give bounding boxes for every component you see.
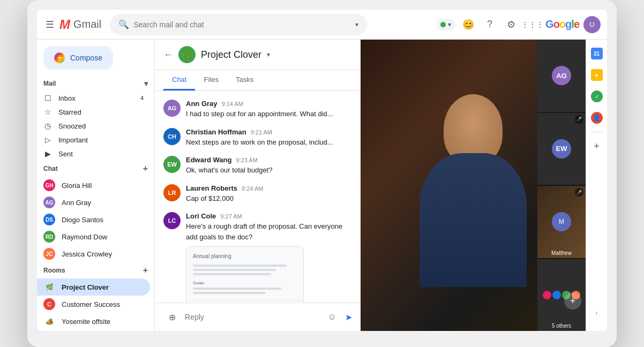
back-button[interactable]: ← bbox=[163, 49, 173, 61]
user-avatar[interactable]: U bbox=[583, 16, 601, 33]
msg-content-edward: Edward Wang 9:23 AM Ok, what's our total… bbox=[186, 156, 352, 176]
messages-container: AG Ann Gray 9:14 AM I had to step out fo… bbox=[155, 91, 361, 303]
rooms-add-icon[interactable]: + bbox=[143, 266, 148, 275]
reply-input[interactable] bbox=[185, 313, 319, 321]
jessica-label: Jessica Crowley bbox=[62, 250, 112, 258]
search-bar[interactable]: 🔍 ▾ bbox=[110, 14, 367, 35]
message-row: LR Lauren Roberts 9:24 AM Cap of $12,000 bbox=[163, 184, 352, 204]
compose-button[interactable]: + Compose bbox=[43, 46, 113, 70]
sent-label: Sent bbox=[58, 150, 73, 158]
main-layout: + Compose Mail ▾ ☐ Inbox 4 ☆ Starred bbox=[37, 40, 607, 331]
matthew-avatar: M bbox=[552, 212, 571, 231]
msg-time-edward: 9:23 AM bbox=[236, 157, 257, 163]
sidebar-item-yosemite[interactable]: 🏕️ Yosemite offsite bbox=[37, 313, 150, 330]
chat-add-icon[interactable]: + bbox=[143, 164, 148, 174]
right-sidebar: 31 ★ ✓ 👤 + › bbox=[586, 40, 607, 331]
search-dropdown-icon[interactable]: ▾ bbox=[355, 21, 358, 28]
sidebar-item-jessica[interactable]: JC Jessica Crowley bbox=[37, 245, 150, 262]
apps-button[interactable]: ⋮⋮⋮ bbox=[524, 16, 541, 33]
emoji-button[interactable]: 😊 bbox=[460, 16, 477, 33]
sidebar-item-customer-success[interactable]: C Customer Success bbox=[37, 296, 150, 313]
msg-avatar-lori: LC bbox=[163, 212, 181, 229]
snoozed-icon: ◷ bbox=[43, 122, 52, 130]
video-panel: AG EW 🎤 M Matthew 🎤 bbox=[361, 40, 586, 331]
keep-widget[interactable]: ★ bbox=[588, 66, 605, 84]
google-logo: Google bbox=[545, 18, 579, 31]
msg-avatar-edward: EW bbox=[163, 156, 181, 173]
doc-preview: Annual planning Goals bbox=[186, 247, 303, 300]
settings-button[interactable]: ⚙ bbox=[503, 16, 520, 33]
top-bar: ☰ M Gmail 🔍 ▾ ▾ 😊 ? ⚙ ⋮⋮⋮ Google bbox=[37, 10, 607, 40]
gmail-m-icon: M bbox=[59, 17, 70, 32]
yosemite-label: Yosemite offsite bbox=[62, 318, 110, 326]
sidebar-item-diogo[interactable]: DS Diogo Santos bbox=[37, 211, 150, 228]
search-input[interactable] bbox=[133, 20, 351, 29]
msg-name-lori: Lori Cole bbox=[186, 212, 216, 220]
msg-name-christian: Christian Hoffman bbox=[186, 128, 246, 136]
send-button[interactable]: ➤ bbox=[345, 312, 352, 322]
sidebar-item-raymond[interactable]: RD Raymond Dow bbox=[37, 228, 150, 245]
tab-tasks[interactable]: Tasks bbox=[227, 70, 262, 90]
sidebar-item-important[interactable]: ▷ Important bbox=[37, 133, 150, 147]
other-avatar-1 bbox=[543, 291, 551, 299]
emoji-reply-button[interactable]: ☺ bbox=[324, 308, 341, 326]
thumb-mic-off-icon: 🎤 bbox=[575, 115, 583, 124]
msg-text-lori: Here's a rough draft of the proposal. Ca… bbox=[186, 221, 352, 242]
mail-section-chevron: ▾ bbox=[144, 79, 148, 88]
customer-success-label: Customer Success bbox=[62, 300, 120, 308]
msg-time-lori: 9:27 AM bbox=[220, 213, 242, 220]
mail-section-header[interactable]: Mail ▾ bbox=[37, 76, 154, 91]
msg-time-christian: 9:21 AM bbox=[251, 129, 272, 135]
raymond-avatar: RD bbox=[43, 231, 55, 243]
diogo-label: Diogo Santos bbox=[62, 216, 103, 224]
compose-label: Compose bbox=[70, 54, 102, 62]
sidebar-item-starred[interactable]: ☆ Starred bbox=[37, 105, 150, 119]
mail-section-label: Mail bbox=[43, 80, 56, 87]
project-clover-icon: 🌿 bbox=[43, 281, 55, 293]
chat-area: ← 🌿 Project Clover ▾ Chat Files Tasks AG bbox=[155, 40, 361, 331]
msg-avatar-christian: CH bbox=[163, 128, 181, 145]
tab-files[interactable]: Files bbox=[195, 70, 227, 90]
sidebar-item-ann[interactable]: AG Ann Gray bbox=[37, 194, 150, 211]
msg-text-edward: Ok, what's our total budget? bbox=[186, 165, 352, 176]
tasks-widget[interactable]: ✓ bbox=[588, 88, 605, 105]
help-button[interactable]: ? bbox=[481, 16, 498, 33]
sidebar-item-gloria[interactable]: GH Gloria Hill bbox=[37, 177, 150, 194]
matthew-label: Matthew bbox=[537, 250, 586, 256]
msg-header-ann: Ann Gray 9:14 AM bbox=[186, 100, 352, 108]
add-attachment-button[interactable]: ⊕ bbox=[163, 308, 181, 326]
tab-chat[interactable]: Chat bbox=[163, 70, 195, 90]
important-icon: ▷ bbox=[43, 135, 52, 144]
msg-avatar-lauren: LR bbox=[163, 184, 181, 201]
status-button[interactable]: ▾ bbox=[436, 19, 455, 31]
msg-content-lauren: Lauren Roberts 9:24 AM Cap of $12,000 bbox=[186, 184, 352, 204]
chat-section-header[interactable]: Chat + bbox=[37, 161, 154, 177]
sidebar-item-snoozed[interactable]: ◷ Snoozed bbox=[37, 119, 150, 133]
sidebar-item-project-clover[interactable]: 🌿 Project Clover bbox=[37, 278, 150, 296]
add-widget-button[interactable]: + bbox=[588, 138, 605, 155]
sidebar-item-fun-chat[interactable]: 💛 Fun Chat bbox=[37, 330, 150, 331]
status-dropdown-icon: ▾ bbox=[448, 21, 451, 28]
msg-time-lauren: 9:24 AM bbox=[242, 185, 263, 192]
msg-text-lauren: Cap of $12,000 bbox=[186, 193, 352, 204]
matthew-mic-icon: 🎤 bbox=[575, 188, 583, 197]
gmail-logo: ☰ M Gmail bbox=[43, 17, 101, 33]
chat-section-label: Chat bbox=[43, 165, 58, 172]
rooms-section-header[interactable]: Rooms + bbox=[37, 262, 154, 278]
calendar-widget[interactable]: 31 bbox=[588, 45, 605, 62]
calendar-day: 31 bbox=[594, 51, 600, 57]
thumb-avatar-1: AG bbox=[552, 66, 571, 85]
compose-plus-icon: + bbox=[54, 52, 65, 63]
sidebar-item-inbox[interactable]: ☐ Inbox 4 bbox=[37, 91, 150, 105]
hamburger-icon[interactable]: ☰ bbox=[43, 17, 56, 33]
sidebar-item-sent[interactable]: ▶ Sent bbox=[37, 147, 150, 161]
msg-content-lori: Lori Cole 9:27 AM Here's a rough draft o… bbox=[186, 212, 352, 303]
expand-sidebar-button[interactable]: › bbox=[588, 304, 605, 321]
room-dropdown-icon[interactable]: ▾ bbox=[267, 51, 270, 58]
thumb-2: EW 🎤 bbox=[537, 113, 586, 185]
tasks-icon: ✓ bbox=[591, 90, 603, 102]
inbox-label: Inbox bbox=[58, 94, 76, 102]
contacts-widget[interactable]: 👤 bbox=[588, 109, 605, 126]
doc-card[interactable]: Annual planning Goals 📄 bbox=[186, 246, 304, 303]
add-person-button[interactable]: + bbox=[564, 292, 581, 310]
